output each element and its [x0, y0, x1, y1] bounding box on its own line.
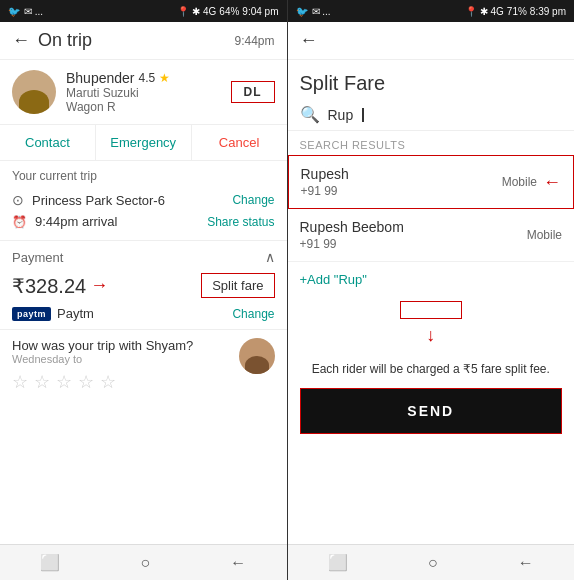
- send-button[interactable]: SEND: [300, 388, 563, 434]
- result-info-rupesh: Rupesh +91 99: [301, 166, 349, 198]
- bluetooth-icon-r: ✱: [480, 6, 488, 17]
- bottom-nav-right: ⬜ ○ ←: [288, 544, 575, 580]
- trip-section-label: Your current trip: [12, 169, 275, 183]
- bottom-nav-left: ⬜ ○ ←: [0, 544, 287, 580]
- status-icons-r: ✉ ...: [312, 6, 331, 17]
- star-icon: ★: [159, 71, 170, 85]
- signal-strength: 4G: [203, 6, 216, 17]
- trip-row-left: ⊙ Princess Park Sector-6: [12, 192, 165, 208]
- driver-model: Wagon R: [66, 100, 221, 114]
- arrow-right-icon: →: [90, 275, 108, 296]
- search-bar: 🔍 Rup: [288, 99, 575, 131]
- result-item-rupesh[interactable]: Rupesh +91 99 Mobile ←: [288, 155, 575, 209]
- back-button-right[interactable]: ←: [300, 30, 318, 51]
- location-status-icon: 📍: [177, 6, 189, 17]
- avatar-body: [19, 90, 49, 114]
- recent-apps-icon-r[interactable]: ⬜: [328, 553, 348, 572]
- review-section: How was your trip with Shyam? Wednesday …: [0, 330, 287, 401]
- back-button[interactable]: ←: [12, 30, 30, 51]
- payment-header: Payment ∧: [12, 249, 275, 265]
- paytm-label: Paytm: [57, 306, 94, 321]
- current-time-left: 9:04 pm: [242, 6, 278, 17]
- results-label: SEARCH RESULTS: [288, 131, 575, 155]
- avatar: [12, 70, 56, 114]
- review-title: How was your trip with Shyam?: [12, 338, 229, 353]
- result-type-2: Mobile: [527, 228, 562, 242]
- search-input[interactable]: Rup: [328, 107, 354, 123]
- back-nav-icon[interactable]: ←: [230, 554, 246, 572]
- cancel-button[interactable]: Cancel: [192, 125, 287, 160]
- result-name-2: Rupesh Beebom: [300, 219, 404, 235]
- split-fare-header: ←: [288, 22, 575, 60]
- star-rating[interactable]: ☆ ☆ ☆ ☆ ☆: [12, 371, 229, 393]
- back-nav-icon-r[interactable]: ←: [518, 554, 534, 572]
- bluetooth-icon: ✱: [192, 6, 200, 17]
- driver-info-section: Bhupender 4.5 ★ Maruti Suzuki Wagon R DL: [0, 60, 287, 125]
- result-phone-2: +91 99: [300, 237, 404, 251]
- header-left: ← On trip: [12, 30, 92, 51]
- arrow-left-annotation: ←: [543, 172, 561, 193]
- review-avatar: [239, 338, 275, 374]
- star-5[interactable]: ☆: [100, 371, 116, 393]
- amount-with-arrow: ₹328.24 →: [12, 274, 108, 298]
- trip-location: Princess Park Sector-6: [32, 193, 165, 208]
- location-row: ⊙ Princess Park Sector-6 Change: [12, 189, 275, 211]
- page-title-left: On trip: [38, 30, 92, 51]
- signal-r: 4G: [491, 6, 504, 17]
- share-status-link[interactable]: Share status: [207, 215, 274, 229]
- chevron-up-icon: ∧: [265, 249, 275, 265]
- star-4[interactable]: ☆: [78, 371, 94, 393]
- review-date: Wednesday to: [12, 353, 229, 365]
- clock-icon: ⏰: [12, 215, 27, 229]
- result-type-row-1: Mobile ←: [502, 172, 561, 193]
- result-phone-1: +91 99: [301, 184, 349, 198]
- status-right-right: 📍 ✱ 4G 71% 8:39 pm: [465, 6, 567, 17]
- arrow-box: [400, 301, 462, 319]
- star-3[interactable]: ☆: [56, 371, 72, 393]
- payment-amount-row: ₹328.24 → Split fare: [12, 273, 275, 298]
- review-info: How was your trip with Shyam? Wednesday …: [12, 338, 229, 393]
- status-right: 📍 ✱ 4G 64% 9:04 pm: [177, 6, 279, 17]
- down-arrow-annotation: ↓: [288, 301, 575, 346]
- status-left: 🐦 ✉ ...: [8, 6, 43, 17]
- action-buttons: Contact Emergency Cancel: [0, 125, 287, 161]
- driver-name: Bhupender 4.5 ★: [66, 70, 221, 86]
- text-cursor: [362, 108, 364, 122]
- arrival-time: 9:44pm arrival: [35, 214, 117, 229]
- emergency-button[interactable]: Emergency: [95, 125, 192, 160]
- star-1[interactable]: ☆: [12, 371, 28, 393]
- split-fare-title: Split Fare: [288, 64, 575, 99]
- change-payment-link[interactable]: Change: [232, 307, 274, 321]
- battery-level: 64%: [219, 6, 239, 17]
- time-r: 8:39 pm: [530, 6, 566, 17]
- battery-r: 71%: [507, 6, 527, 17]
- status-icons: ✉ ...: [24, 6, 43, 17]
- result-name-1: Rupesh: [301, 166, 349, 182]
- driver-rating: 4.5: [139, 71, 156, 85]
- home-icon[interactable]: ○: [140, 554, 150, 572]
- twitter-icon-r: 🐦: [296, 6, 308, 17]
- paytm-info: paytm Paytm: [12, 306, 94, 321]
- result-info-beebom: Rupesh Beebom +91 99: [300, 219, 404, 251]
- change-location-link[interactable]: Change: [232, 193, 274, 207]
- star-2[interactable]: ☆: [34, 371, 50, 393]
- location-pin-icon: ⊙: [12, 192, 24, 208]
- recent-apps-icon[interactable]: ⬜: [40, 553, 60, 572]
- search-icon: 🔍: [300, 105, 320, 124]
- right-panel: 🐦 ✉ ... 📍 ✱ 4G 71% 8:39 pm ← Split Fare …: [288, 0, 575, 580]
- split-fare-button[interactable]: Split fare: [201, 273, 274, 298]
- home-icon-r[interactable]: ○: [428, 554, 438, 572]
- result-item-rupesh-beebom[interactable]: Rupesh Beebom +91 99 Mobile: [288, 209, 575, 262]
- avatar-silhouette: [245, 356, 269, 374]
- status-bar-right: 🐦 ✉ ... 📍 ✱ 4G 71% 8:39 pm: [288, 0, 575, 22]
- status-left-right: 🐦 ✉ ...: [296, 6, 331, 17]
- paytm-logo: paytm: [12, 307, 51, 321]
- twitter-icon: 🐦: [8, 6, 20, 17]
- driver-car: Maruti Suzuki: [66, 86, 221, 100]
- add-contact-option[interactable]: +Add "Rup": [288, 262, 575, 297]
- trip-header: ← On trip 9:44pm: [0, 22, 287, 60]
- arrival-row-left: ⏰ 9:44pm arrival: [12, 214, 117, 229]
- left-panel: 🐦 ✉ ... 📍 ✱ 4G 64% 9:04 pm ← On trip 9:4…: [0, 0, 288, 580]
- license-plate: DL: [231, 81, 275, 103]
- contact-button[interactable]: Contact: [0, 125, 95, 160]
